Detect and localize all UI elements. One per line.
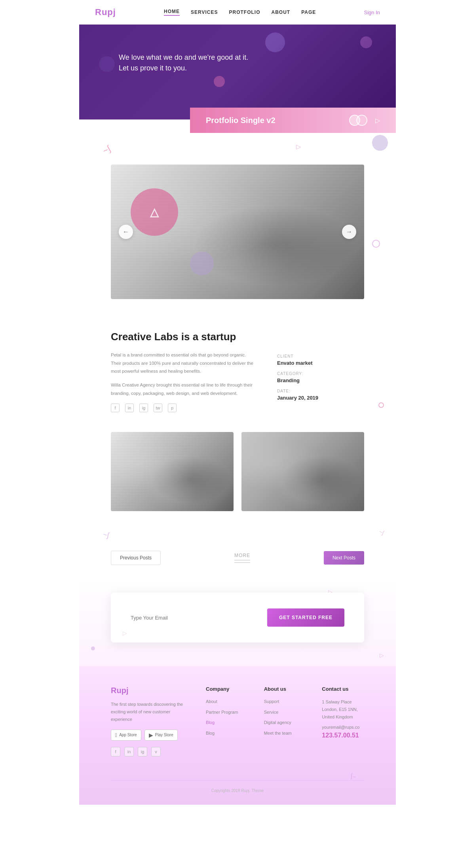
footer-about-heading: About us — [264, 686, 306, 692]
footer-deco: ~∫ — [111, 772, 364, 780]
deco-arrow-1: ▷ — [296, 143, 301, 150]
footer-store-buttons:  App Store ▶ Play Store — [111, 730, 190, 741]
deco-squiggle-3: ~∫ — [378, 529, 385, 536]
article-paragraph-1: Petal is a brand committed to essential … — [111, 351, 253, 375]
client-label: CLIENT — [277, 354, 364, 358]
more-button[interactable]: MORE — [234, 553, 250, 558]
slider-next-icon: → — [346, 228, 352, 235]
nav-link-portfolio[interactable]: PROTFOLIO — [229, 9, 260, 15]
deco-outline-circle — [372, 240, 380, 248]
more-bar-2 — [234, 562, 250, 563]
footer-contact-col: Contact us 1 Salway Place London, E15 1N… — [322, 686, 364, 756]
footer-link-blog-highlight[interactable]: Blog — [206, 719, 248, 726]
footer-about-col: About us Support Service Digital agency … — [264, 686, 306, 756]
article-title: Creative Labs is a startup — [111, 331, 364, 343]
deco-squiggle-2: ~∫ — [102, 531, 110, 540]
footer-link-blog[interactable]: Blog — [206, 730, 248, 737]
social-icon-twitter[interactable]: tw — [154, 404, 162, 412]
get-started-button[interactable]: GET STARTED FREE — [267, 608, 344, 627]
footer-social-linkedin[interactable]: in — [124, 747, 134, 756]
slider-next-button[interactable]: → — [342, 225, 356, 239]
prev-posts-button[interactable]: Previous Posts — [111, 551, 161, 565]
content-grid: Petal is a brand committed to essential … — [111, 351, 364, 412]
nav-logo: Rupj — [95, 7, 116, 17]
footer-link-meet-team[interactable]: Meet the team — [264, 730, 306, 737]
copyright-text: Copyrights 2018 Rupj. Theme — [211, 788, 264, 793]
portfolio-banner-icons: ▷ — [349, 115, 380, 126]
gallery-photo-overlay-1 — [111, 432, 234, 511]
footer-company-heading: Company — [206, 686, 248, 692]
social-icons: f in ig tw p — [111, 404, 253, 412]
footer-social-vimeo[interactable]: v — [151, 747, 161, 756]
portfolio-banner-title: Protfolio Single v2 — [206, 116, 276, 125]
deco-circle-right — [372, 135, 388, 151]
banner-arrow-icon: ▷ — [375, 117, 380, 124]
article-paragraph-2: Willa Creative Agency brought this essen… — [111, 381, 253, 397]
meta-deco-circle — [378, 402, 384, 408]
hero-section: We love what we do and we're good at it.… — [79, 25, 396, 119]
content-section: Creative Labs is a startup Petal is a br… — [79, 315, 396, 428]
portfolio-banner: Protfolio Single v2 ▷ — [190, 108, 396, 133]
footer-company-col: Company About Partner Program Blog Blog — [206, 686, 248, 756]
signin-link[interactable]: Sign In — [364, 9, 380, 15]
social-icon-linkedin[interactable]: in — [125, 404, 134, 412]
hero-headline: We love what we do and we're good at it.… — [119, 52, 356, 74]
footer-deco-arrow: ~∫ — [351, 773, 356, 780]
footer-link-support[interactable]: Support — [264, 698, 306, 705]
next-posts-button[interactable]: Next Posts — [324, 551, 364, 565]
app-store-button[interactable]:  App Store — [111, 730, 141, 741]
pagination-section: Previous Posts MORE Next Posts — [79, 543, 396, 581]
slider-purple-circle — [190, 252, 214, 275]
nav-link-services[interactable]: SERVICES — [191, 9, 218, 15]
footer-social-instagram[interactable]: ig — [138, 747, 147, 756]
footer-address: 1 Salway Place London, E15 1NN, United K… — [322, 698, 364, 720]
apple-icon:  — [115, 732, 117, 738]
nav-links: HOME SERVICES PROTFOLIO ABOUT PAGE — [164, 9, 316, 16]
footer-tagline: The first step towards discovering the e… — [111, 701, 190, 723]
nav-link-about[interactable]: ABOUT — [272, 9, 291, 15]
footer-link-partner[interactable]: Partner Program — [206, 709, 248, 716]
nav-link-home[interactable]: HOME — [164, 9, 180, 16]
client-value: Envato market — [277, 360, 364, 366]
nav-link-page[interactable]: PAGE — [301, 9, 316, 15]
footer-link-about[interactable]: About — [206, 698, 248, 705]
twin-circle-right — [356, 115, 367, 126]
article-meta: CLIENT Envato market Category: Branding … — [277, 351, 364, 412]
cta-wrapper: ▷ GET STARTED FREE ▷ ▷ — [79, 581, 396, 666]
play-icon: ▶ — [149, 732, 153, 738]
slider-pink-circle: △ — [131, 188, 178, 236]
email-input[interactable] — [131, 615, 259, 621]
more-bar-1 — [234, 560, 250, 561]
date-value: January 20, 2019 — [277, 395, 364, 401]
date-label: Date: — [277, 389, 364, 393]
footer-link-service[interactable]: Service — [264, 709, 306, 716]
footer-link-digital-agency[interactable]: Digital agency — [264, 719, 306, 726]
footer-email: youremail@rups.co — [322, 725, 364, 730]
footer-contact-heading: Contact us — [322, 686, 364, 692]
page-wrapper: Rupj HOME SERVICES PROTFOLIO ABOUT PAGE … — [79, 0, 396, 805]
twin-circles-icon — [349, 115, 367, 126]
hero-content: We love what we do and we're good at it.… — [79, 25, 396, 74]
gallery-section — [79, 428, 396, 527]
footer-brand-col: Rupj The first step towards discovering … — [111, 686, 190, 756]
social-icon-pinterest[interactable]: p — [168, 404, 177, 412]
footer-bottom: Copyrights 2018 Rupj. Theme — [111, 780, 364, 793]
more-section: MORE — [234, 553, 250, 563]
cta-bottom-deco: ▷ — [380, 652, 384, 658]
footer-social-facebook[interactable]: f — [111, 747, 120, 756]
play-store-button[interactable]: ▶ Play Store — [144, 730, 178, 741]
app-store-label: App Store — [119, 733, 137, 737]
slider-prev-button[interactable]: ← — [119, 225, 133, 239]
play-store-label: Play Store — [155, 733, 173, 737]
social-icon-instagram[interactable]: ig — [139, 404, 148, 412]
cta-dot — [91, 646, 95, 650]
category-label: Category: — [277, 371, 364, 376]
slider-section: △ ← → — [79, 165, 396, 315]
gallery-item-2 — [241, 432, 364, 511]
social-icon-facebook[interactable]: f — [111, 404, 120, 412]
footer-top: Rupj The first step towards discovering … — [111, 686, 364, 756]
slider-container: △ ← → — [111, 165, 364, 299]
gallery-item-1 — [111, 432, 234, 511]
category-value: Branding — [277, 377, 364, 383]
cta-box: GET STARTED FREE ▷ — [111, 593, 364, 642]
